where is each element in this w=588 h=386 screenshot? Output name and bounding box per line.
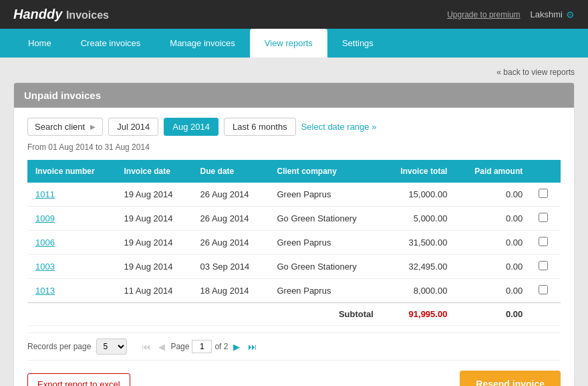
logo: Handdy Invoices xyxy=(13,7,109,22)
total-cell: 5,000.00 xyxy=(382,207,456,231)
invoice-num-cell: 1003 xyxy=(27,255,116,279)
client-cell: Green Paprus xyxy=(269,183,381,207)
invoice-date-cell: 19 Aug 2014 xyxy=(116,231,192,255)
nav-manage-invoices[interactable]: Manage invoices xyxy=(155,29,250,58)
nav-view-reports[interactable]: View reports xyxy=(250,29,327,58)
checkbox-cell xyxy=(531,279,561,303)
th-checkbox xyxy=(531,160,561,183)
th-invoice-date: Invoice date xyxy=(116,160,192,183)
of-label: of 2 xyxy=(214,342,228,351)
date-range-text: From 01 Aug 2014 to 31 Aug 2014 xyxy=(27,142,561,152)
card: Unpaid invoices Search client ▶ Jul 2014… xyxy=(13,82,575,386)
table-row: 1009 19 Aug 2014 26 Aug 2014 Go Green St… xyxy=(27,207,561,231)
total-cell: 31,500.00 xyxy=(382,231,456,255)
subtotal-empty xyxy=(531,303,561,326)
first-page-btn[interactable]: ⏮ xyxy=(139,341,153,353)
page-title: Unpaid invoices xyxy=(14,83,574,108)
logo-suffix: Invoices xyxy=(66,9,109,21)
records-per-page-label: Records per page xyxy=(27,342,91,351)
invoice-link[interactable]: 1006 xyxy=(35,237,55,248)
table-header-row: Invoice number Invoice date Due date Cli… xyxy=(27,160,561,183)
gear-icon[interactable]: ⚙ xyxy=(566,9,575,20)
th-due-date: Due date xyxy=(192,160,269,183)
row-checkbox[interactable] xyxy=(539,237,548,246)
paid-cell: 0.00 xyxy=(455,255,531,279)
table-row: 1006 19 Aug 2014 26 Aug 2014 Green Papru… xyxy=(27,231,561,255)
due-date-cell: 03 Sep 2014 xyxy=(192,255,269,279)
table-row: 1013 11 Aug 2014 18 Aug 2014 Green Papru… xyxy=(27,279,561,303)
th-invoice-number: Invoice number xyxy=(27,160,116,183)
due-date-cell: 26 Aug 2014 xyxy=(192,207,269,231)
row-checkbox[interactable] xyxy=(539,261,548,270)
total-cell: 15,000.00 xyxy=(382,183,456,207)
invoice-link[interactable]: 1013 xyxy=(35,286,55,296)
top-header: Handdy Invoices Upgrade to premium Laksh… xyxy=(0,0,588,29)
nav-home[interactable]: Home xyxy=(13,29,66,58)
user-info: Lakshmi ⚙ xyxy=(531,9,575,20)
invoice-num-cell: 1011 xyxy=(27,183,116,207)
checkbox-cell xyxy=(531,231,561,255)
paid-cell: 0.00 xyxy=(455,183,531,207)
upgrade-link[interactable]: Upgrade to premium xyxy=(447,10,520,19)
pagination-bar: Records per page 5 10 25 ⏮ ◀ Page of 2 ▶… xyxy=(27,332,561,361)
total-cell: 32,495.00 xyxy=(382,255,456,279)
subtotal-label: Subtotal xyxy=(27,303,382,326)
invoice-link[interactable]: 1009 xyxy=(35,213,55,223)
dropdown-arrow-icon: ▶ xyxy=(90,123,96,130)
paid-cell: 0.00 xyxy=(455,231,531,255)
date-range-link[interactable]: Select date range » xyxy=(301,122,377,132)
row-checkbox[interactable] xyxy=(539,285,548,294)
page-label: Page xyxy=(170,342,189,351)
row-checkbox[interactable] xyxy=(539,189,548,198)
invoice-date-cell: 11 Aug 2014 xyxy=(116,279,192,303)
checkbox-cell xyxy=(531,183,561,207)
top-right: Upgrade to premium Lakshmi ⚙ xyxy=(447,9,575,20)
th-invoice-total: Invoice total xyxy=(382,160,456,183)
checkbox-cell xyxy=(531,207,561,231)
records-per-page-select[interactable]: 5 10 25 xyxy=(96,339,127,355)
main-content: « back to view reports Unpaid invoices S… xyxy=(0,58,588,386)
client-cell: Green Paprus xyxy=(269,231,381,255)
paid-cell: 0.00 xyxy=(455,279,531,303)
table-row: 1003 19 Aug 2014 03 Sep 2014 Go Green St… xyxy=(27,255,561,279)
subtotal-row: Subtotal 91,995.00 0.00 xyxy=(27,303,561,326)
export-excel-button[interactable]: Export report to excel xyxy=(27,373,130,387)
search-client-dropdown[interactable]: Search client ▶ xyxy=(27,118,103,136)
aug-2014-btn[interactable]: Aug 2014 xyxy=(164,118,218,136)
bottom-actions: Export report to excel Resend invoice xyxy=(27,371,561,386)
client-cell: Go Green Stationery xyxy=(269,207,381,231)
invoice-num-cell: 1009 xyxy=(27,207,116,231)
search-client-label: Search client xyxy=(35,122,85,132)
filter-bar: Search client ▶ Jul 2014 Aug 2014 Last 6… xyxy=(27,118,561,136)
resend-invoice-button[interactable]: Resend invoice xyxy=(460,371,561,386)
nav-settings[interactable]: Settings xyxy=(327,29,388,58)
invoice-link[interactable]: 1003 xyxy=(35,262,55,272)
invoice-date-cell: 19 Aug 2014 xyxy=(116,207,192,231)
back-to-reports-link[interactable]: « back to view reports xyxy=(496,68,575,77)
invoice-link[interactable]: 1011 xyxy=(35,189,55,199)
invoice-date-cell: 19 Aug 2014 xyxy=(116,183,192,207)
logo-brand: Handdy xyxy=(13,7,66,21)
total-cell: 8,000.00 xyxy=(382,279,456,303)
nav-bar: Home Create invoices Manage invoices Vie… xyxy=(0,29,588,58)
th-client-company: Client company xyxy=(269,160,381,183)
last-6-months-btn[interactable]: Last 6 months xyxy=(224,118,296,136)
subtotal-total: 91,995.00 xyxy=(382,303,456,326)
due-date-cell: 18 Aug 2014 xyxy=(192,279,269,303)
last-page-btn[interactable]: ⏭ xyxy=(245,341,259,353)
jul-2014-btn[interactable]: Jul 2014 xyxy=(108,118,158,136)
invoices-table: Invoice number Invoice date Due date Cli… xyxy=(27,160,561,326)
next-page-btn[interactable]: ▶ xyxy=(231,341,243,353)
page-input[interactable] xyxy=(192,340,212,353)
checkbox-cell xyxy=(531,255,561,279)
user-name: Lakshmi xyxy=(531,9,563,19)
nav-create-invoices[interactable]: Create invoices xyxy=(66,29,156,58)
page-navigation: ⏮ ◀ Page of 2 ▶ ⏭ xyxy=(139,340,259,353)
client-cell: Go Green Stationery xyxy=(269,255,381,279)
client-cell: Green Paprus xyxy=(269,279,381,303)
row-checkbox[interactable] xyxy=(539,213,548,222)
prev-page-btn[interactable]: ◀ xyxy=(156,341,168,353)
invoice-num-cell: 1013 xyxy=(27,279,116,303)
due-date-cell: 26 Aug 2014 xyxy=(192,231,269,255)
th-paid-amount: Paid amount xyxy=(455,160,531,183)
